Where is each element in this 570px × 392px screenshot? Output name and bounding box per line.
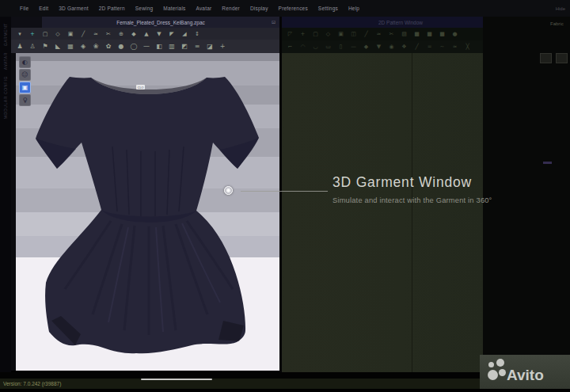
show-avatar-button[interactable]: ◐: [19, 56, 31, 68]
texture-icon[interactable]: ◧: [155, 43, 163, 50]
arrange-front-icon[interactable]: ▲: [142, 31, 150, 37]
grain-line-icon[interactable]: ◆: [363, 44, 370, 50]
scissors-icon[interactable]: ✂: [388, 31, 395, 37]
garment-file-title: Female_Pleated_Dress_KeiBang.zpac: [116, 20, 205, 25]
svg-text:CLO: CLO: [138, 86, 144, 89]
arrange-back-icon[interactable]: ▼: [155, 31, 163, 37]
menu-edit[interactable]: Edit: [39, 6, 48, 11]
garment-fit-icon[interactable]: ▦: [66, 43, 74, 50]
menu-sewing[interactable]: Sewing: [135, 6, 154, 11]
library-thumbnail[interactable]: [556, 53, 568, 63]
menu-preferences[interactable]: Preferences: [279, 6, 308, 11]
add-polygon-icon[interactable]: ◇: [325, 31, 332, 37]
fold-arrangement-icon[interactable]: ◆: [130, 31, 138, 37]
uv-map-icon[interactable]: ▥: [168, 43, 176, 50]
menu-help[interactable]: Help: [348, 6, 359, 11]
free-sewing-icon[interactable]: ≈: [92, 31, 100, 37]
pattern-2d-canvas[interactable]: [282, 53, 483, 372]
library-tab[interactable]: GARMENT: [3, 23, 8, 46]
trace-icon[interactable]: ◫: [350, 31, 357, 37]
add-point-icon[interactable]: +: [28, 31, 36, 37]
edit-sewing-icon[interactable]: ✂: [104, 31, 112, 37]
pleat-icon[interactable]: ▼: [375, 44, 382, 50]
button-trim-icon[interactable]: ✿: [104, 43, 112, 50]
circle-pattern-icon[interactable]: ◉: [388, 44, 395, 50]
garment-3d-viewport[interactable]: CLO ◐☺▣♀: [11, 53, 279, 371]
dart-icon[interactable]: ▣: [337, 31, 344, 37]
show-garment-button[interactable]: ▣: [19, 82, 31, 93]
grading-icon[interactable]: ◯: [130, 43, 138, 50]
menu-file[interactable]: File: [20, 6, 28, 11]
garment-3d-render[interactable]: CLO: [16, 53, 279, 371]
viewport-side-toolbar: ◐☺▣♀: [19, 56, 32, 107]
slash-icon[interactable]: ╱: [413, 44, 420, 50]
mirror-icon[interactable]: ◪: [206, 43, 214, 50]
garment-window-titlebar[interactable]: Female_Pleated_Dress_KeiBang.zpac ⊡: [42, 17, 279, 28]
show-mannequin-button[interactable]: ♀: [19, 94, 31, 106]
seam-allowance-icon[interactable]: ▭: [325, 44, 332, 50]
approx-icon[interactable]: ≃: [451, 44, 458, 50]
menu-3d-garment[interactable]: 3D Garment: [59, 6, 88, 11]
show-skin-button[interactable]: ☺: [19, 69, 31, 81]
pattern-window-title: 2D Pattern Window: [378, 20, 423, 25]
select-tool-icon[interactable]: ▾: [16, 31, 24, 37]
menu-display[interactable]: Display: [250, 6, 268, 11]
flower-trim-icon[interactable]: ❀: [92, 43, 100, 50]
menu-2d-pattern[interactable]: 2D Pattern: [99, 6, 125, 11]
menu-avatar[interactable]: Avatar: [196, 6, 211, 11]
garment-window: Female_Pleated_Dress_KeiBang.zpac ⊡ ▾+▢◇…: [11, 17, 279, 372]
sewing-2d-icon[interactable]: ╱: [363, 31, 370, 37]
swatch-2-icon[interactable]: ■: [426, 31, 433, 37]
library-tab[interactable]: AVATAR: [3, 52, 8, 70]
menu-settings[interactable]: Settings: [318, 6, 338, 11]
menu-materials[interactable]: Materials: [163, 6, 185, 11]
transform-pattern-icon[interactable]: ◸: [287, 31, 294, 37]
avito-logo-circle: [496, 359, 504, 367]
free-sewing-2d-icon[interactable]: ≈: [375, 31, 382, 37]
swatch-3-icon[interactable]: ■: [439, 31, 446, 37]
polygon-tool-icon[interactable]: ◇: [54, 31, 62, 37]
point-icon[interactable]: ●: [451, 31, 458, 37]
fabric-swatch[interactable]: [543, 162, 552, 164]
pin-tool-icon[interactable]: ⊕: [117, 31, 125, 37]
zoom-tool-icon[interactable]: +: [218, 43, 226, 50]
avatar-pose-icon[interactable]: ♙: [28, 43, 36, 50]
symmetry-icon[interactable]: ❖: [401, 44, 408, 50]
edit-pattern-icon[interactable]: +: [299, 31, 306, 37]
notch-icon[interactable]: ▯: [337, 44, 344, 50]
curve-down-icon[interactable]: ◡: [312, 44, 319, 50]
layer-icon[interactable]: ◩: [180, 43, 188, 50]
stack-icon[interactable]: ≡: [193, 43, 201, 50]
hide-button[interactable]: Hide: [556, 6, 565, 11]
dress-silhouette: [36, 77, 259, 353]
move-garment-icon[interactable]: ↕: [193, 31, 201, 37]
flip-right-icon[interactable]: ◢: [180, 31, 188, 37]
baseline-icon[interactable]: —: [350, 44, 357, 50]
pressure-map-icon[interactable]: ◈: [79, 43, 87, 50]
flip-left-icon[interactable]: ◤: [168, 31, 176, 37]
curve-up-icon[interactable]: ◠: [299, 44, 306, 50]
seam-line-icon[interactable]: —: [142, 43, 150, 50]
window-popout-icon[interactable]: ⊡: [272, 19, 276, 25]
wave-icon[interactable]: ~: [439, 44, 446, 50]
unfold-icon[interactable]: ⌐: [287, 44, 294, 50]
library-thumbnail[interactable]: [540, 53, 552, 63]
bottom-edge: [0, 389, 570, 392]
rectangle-tool-icon[interactable]: ▢: [41, 31, 49, 37]
segment-sewing-icon[interactable]: ╱: [79, 31, 87, 37]
cross-icon[interactable]: ╳: [464, 44, 471, 50]
avatar-measure-icon[interactable]: ◣: [54, 43, 62, 50]
simulate-icon[interactable]: ♟: [16, 43, 24, 50]
menu-render[interactable]: Render: [222, 6, 240, 11]
cursor-circle[interactable]: [224, 186, 233, 195]
hatch-icon[interactable]: ▨: [401, 31, 408, 37]
paste-pattern-icon[interactable]: ▣: [66, 31, 74, 37]
swatch-1-icon[interactable]: ■: [413, 31, 420, 37]
avito-logo-circle: [488, 370, 498, 380]
buttonhole-icon[interactable]: ●: [117, 43, 125, 50]
add-rectangle-icon[interactable]: ▢: [312, 31, 319, 37]
library-tab[interactable]: MODULAR CONFIG: [3, 76, 8, 119]
parallel-icon[interactable]: ═: [426, 44, 433, 50]
fabric-panel-label[interactable]: Fabric: [550, 21, 564, 26]
avatar-tape-icon[interactable]: ⚑: [41, 43, 49, 50]
